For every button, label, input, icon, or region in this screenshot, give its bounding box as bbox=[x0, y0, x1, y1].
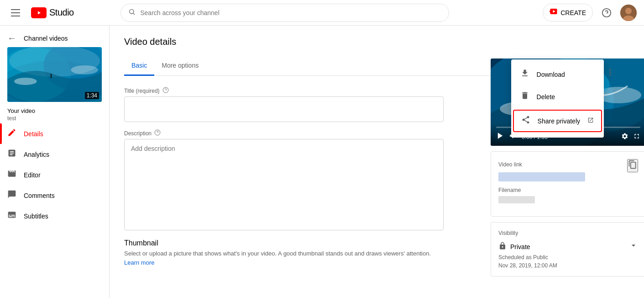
comments-icon bbox=[7, 190, 16, 201]
download-label: Download bbox=[537, 71, 565, 78]
sidebar-thumbnail[interactable]: 1:34 bbox=[7, 47, 102, 102]
your-video-label: Your video bbox=[7, 107, 102, 114]
sidebar-back-button[interactable]: ← Channel videos bbox=[0, 29, 109, 47]
comments-label: Comments bbox=[24, 192, 55, 199]
scheduled-label: Scheduled as Public bbox=[498, 254, 638, 261]
title-help-icon[interactable] bbox=[162, 87, 169, 95]
create-plus-icon bbox=[550, 7, 558, 18]
fullscreen-button[interactable] bbox=[633, 133, 640, 142]
avatar[interactable] bbox=[620, 5, 637, 21]
learn-more-link[interactable]: Learn more bbox=[124, 259, 154, 266]
sidebar-item-comments[interactable]: Comments bbox=[0, 185, 109, 206]
title-input[interactable]: test bbox=[124, 96, 444, 122]
three-dot-area bbox=[602, 64, 618, 80]
delete-icon bbox=[520, 91, 529, 102]
share-icon bbox=[521, 115, 530, 127]
delete-label: Delete bbox=[537, 93, 555, 101]
analytics-label: Analytics bbox=[24, 151, 49, 158]
analytics-icon bbox=[7, 149, 16, 160]
video-link-row: Video link bbox=[498, 159, 638, 181]
sidebar-item-analytics[interactable]: Analytics bbox=[0, 144, 109, 165]
three-dot-button[interactable] bbox=[602, 64, 618, 80]
svg-point-10 bbox=[625, 8, 632, 14]
help-button[interactable] bbox=[598, 5, 615, 21]
sidebar: ← Channel videos 1:34 bbox=[0, 26, 110, 298]
logo-text: Studio bbox=[49, 7, 74, 18]
search-input[interactable] bbox=[140, 9, 441, 16]
visibility-label: Visibility bbox=[498, 230, 638, 236]
svg-rect-19 bbox=[51, 74, 52, 78]
description-label-text: Description bbox=[124, 130, 152, 137]
filename-label: Filename bbox=[498, 187, 638, 193]
menu-item-download[interactable]: Download bbox=[511, 63, 604, 85]
avatar-image bbox=[620, 5, 637, 21]
your-video-section: Your video test bbox=[0, 106, 109, 123]
video-duration: 1:34 bbox=[85, 92, 99, 99]
sidebar-item-details[interactable]: Details bbox=[0, 123, 109, 144]
svg-point-31 bbox=[609, 69, 611, 70]
channel-videos-label: Channel videos bbox=[24, 35, 68, 42]
title-field-group: Title (required) test bbox=[124, 87, 444, 122]
thumbnail-title: Thumbnail bbox=[124, 239, 444, 247]
subtitles-icon bbox=[7, 210, 16, 222]
nav-left: Studio bbox=[7, 5, 74, 20]
play-icon-svg bbox=[35, 10, 43, 16]
form-section: Title (required) test Description bbox=[124, 87, 444, 266]
external-link-icon bbox=[587, 117, 594, 125]
svg-line-1 bbox=[133, 13, 135, 15]
sidebar-item-editor[interactable]: Editor bbox=[0, 165, 109, 185]
layout: ← Channel videos 1:34 bbox=[0, 26, 644, 298]
dropdown-menu: Download Delete Share privately bbox=[511, 59, 604, 138]
description-input[interactable] bbox=[124, 139, 444, 230]
lock-icon bbox=[498, 242, 507, 251]
visibility-chevron-icon[interactable] bbox=[629, 241, 638, 252]
visibility-value: Private bbox=[498, 242, 530, 251]
video-link-bar bbox=[498, 172, 585, 181]
sidebar-item-subtitles[interactable]: Subtitles bbox=[0, 206, 109, 226]
back-arrow-icon: ← bbox=[7, 33, 16, 43]
thumbnail-desc: Select or upload a picture that shows wh… bbox=[124, 250, 444, 257]
editor-label: Editor bbox=[24, 171, 41, 179]
details-label: Details bbox=[24, 130, 43, 138]
details-icon bbox=[7, 128, 16, 139]
title-label-text: Title (required) bbox=[124, 88, 160, 94]
youtube-logo-icon bbox=[31, 7, 47, 18]
menu-item-share-privately[interactable]: Share privately bbox=[513, 110, 602, 132]
main-content: Video details Basic More options Title (… bbox=[110, 26, 644, 298]
info-panel: Video link Filename bbox=[491, 151, 644, 217]
description-field-group: Description bbox=[124, 129, 444, 232]
tab-more-options[interactable]: More options bbox=[154, 56, 206, 76]
filename-bar bbox=[498, 196, 535, 203]
logo[interactable]: Studio bbox=[31, 7, 74, 18]
scheduled-date: Nov 28, 2019, 12:00 AM bbox=[498, 262, 638, 269]
svg-point-0 bbox=[130, 10, 134, 14]
download-icon bbox=[520, 69, 529, 80]
editor-icon bbox=[7, 169, 16, 181]
create-label: CREATE bbox=[560, 9, 586, 16]
top-nav: Studio CREATE bbox=[0, 0, 644, 26]
svg-point-18 bbox=[71, 65, 98, 74]
visibility-panel: Visibility Private Scheduled as bbox=[491, 222, 644, 277]
search-bar[interactable] bbox=[120, 4, 449, 22]
svg-point-32 bbox=[609, 71, 611, 73]
search-icon bbox=[128, 8, 136, 17]
subtitles-label: Subtitles bbox=[24, 213, 48, 220]
tab-basic[interactable]: Basic bbox=[124, 56, 154, 76]
hamburger-button[interactable] bbox=[7, 5, 24, 20]
settings-button[interactable] bbox=[621, 133, 628, 142]
svg-point-17 bbox=[14, 78, 37, 85]
sidebar-video-title: test bbox=[7, 115, 102, 122]
share-privately-label: Share privately bbox=[538, 117, 580, 125]
svg-point-33 bbox=[609, 74, 611, 75]
filename-row: Filename bbox=[498, 187, 638, 203]
nav-right: CREATE bbox=[543, 4, 637, 21]
title-label: Title (required) bbox=[124, 87, 444, 95]
visibility-status: Private bbox=[510, 243, 530, 250]
svg-marker-30 bbox=[498, 133, 503, 139]
menu-item-delete[interactable]: Delete bbox=[511, 85, 604, 108]
play-button[interactable] bbox=[496, 132, 504, 142]
description-label: Description bbox=[124, 129, 444, 137]
create-button[interactable]: CREATE bbox=[543, 4, 593, 21]
description-help-icon[interactable] bbox=[154, 129, 161, 137]
copy-link-button[interactable] bbox=[627, 159, 638, 172]
